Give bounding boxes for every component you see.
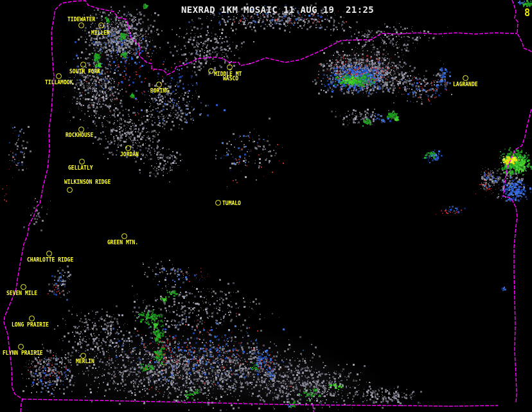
station-label-jordan: JORDAN <box>120 152 139 157</box>
station-label-seven-mile: SEVEN MILE <box>6 291 37 296</box>
station-marker-boring <box>156 82 162 87</box>
station-label-merlin: MERLIN <box>76 359 94 364</box>
station-marker-merlin <box>80 353 86 359</box>
station-marker-charlotte-ridge <box>46 251 52 256</box>
station-marker-south-fork <box>80 62 86 67</box>
station-label-lagrande: LAGRANDE <box>453 82 478 87</box>
station-marker-long-prairie <box>29 316 35 321</box>
station-marker-rockhouse <box>78 127 84 132</box>
station-label-charlotte-ridge: CHARLOTTE RIDGE <box>27 258 73 263</box>
station-marker-tillamook <box>56 73 62 79</box>
station-marker-seven-mile <box>21 284 26 290</box>
map-title: NEXRAD 1KM MOSAIC 11 AUG 19 21:25 <box>181 4 374 15</box>
station-marker-jordan <box>125 145 131 151</box>
station-marker-tumalo <box>215 200 221 206</box>
station-marker-tidewater <box>78 22 84 28</box>
station-label-wasco: WASCO <box>223 76 238 82</box>
station-label-green-mtn: GREEN MTN. <box>107 240 138 246</box>
station-label-boring: BORING <box>150 89 169 94</box>
station-marker-middle-mt <box>208 68 214 74</box>
station-label-rockhouse: ROCKHOUSE <box>66 133 93 138</box>
station-label-gellatly: GELLATLY <box>68 166 93 171</box>
station-label-flynn-prairie: FLYNN PRAIRIE <box>3 351 43 356</box>
station-marker-wilkinson-ridge <box>67 187 73 193</box>
station-label-wilkinson-ridge: WILKINSON RIDGE <box>64 180 111 185</box>
station-label-miller: MILLER <box>91 31 110 36</box>
station-marker-miller <box>98 22 104 28</box>
station-marker-flynn-prairie <box>18 344 24 350</box>
station-label-south-fork: SOUTH FORK <box>69 69 100 75</box>
station-label-tumalo: TUMALO <box>222 201 241 206</box>
partial-station-label: 8 <box>524 7 530 19</box>
station-label-tillamook: TILLAMOOK <box>45 80 73 85</box>
nexrad-mosaic-display: TIDEWATERMILLERSOUTH FORKTILLAMOOKMIDDLE… <box>0 0 532 412</box>
station-marker-gellatly <box>79 159 85 165</box>
station-label-tidewater: TIDEWATER <box>67 17 95 22</box>
station-label-long-prairie: LONG PRAIRIE <box>12 323 49 328</box>
station-marker-wasco <box>227 64 233 70</box>
station-marker-lagrande <box>463 75 468 81</box>
station-layer: TIDEWATERMILLERSOUTH FORKTILLAMOOKMIDDLE… <box>0 0 532 412</box>
station-marker-green-mtn <box>121 233 127 239</box>
